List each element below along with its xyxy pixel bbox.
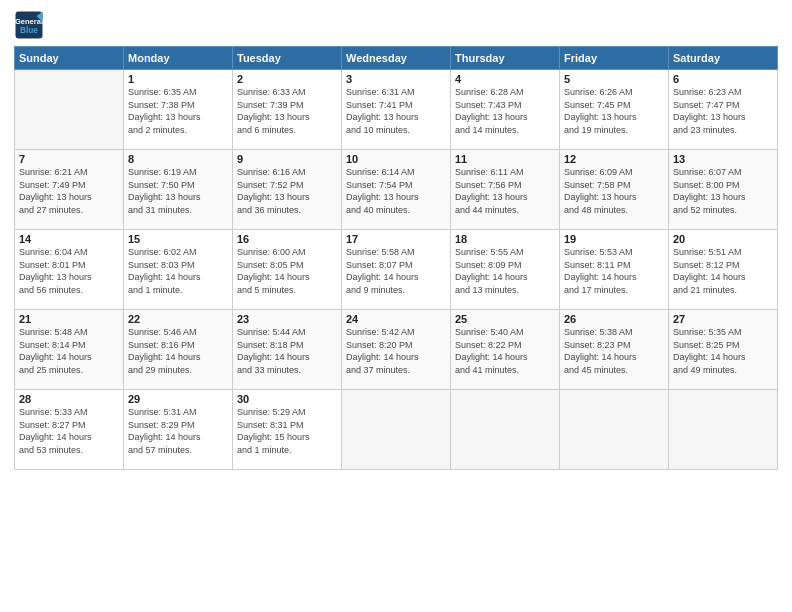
calendar-cell: 18Sunrise: 5:55 AM Sunset: 8:09 PM Dayli… <box>451 230 560 310</box>
day-number: 6 <box>673 73 773 85</box>
day-number: 15 <box>128 233 228 245</box>
calendar-cell <box>560 390 669 470</box>
weekday-header: Friday <box>560 47 669 70</box>
calendar-cell: 16Sunrise: 6:00 AM Sunset: 8:05 PM Dayli… <box>233 230 342 310</box>
day-info: Sunrise: 6:09 AM Sunset: 7:58 PM Dayligh… <box>564 166 664 216</box>
calendar-cell <box>342 390 451 470</box>
calendar-body: 1Sunrise: 6:35 AM Sunset: 7:38 PM Daylig… <box>15 70 778 470</box>
weekday-header: Thursday <box>451 47 560 70</box>
calendar-cell: 22Sunrise: 5:46 AM Sunset: 8:16 PM Dayli… <box>124 310 233 390</box>
day-number: 17 <box>346 233 446 245</box>
day-info: Sunrise: 5:48 AM Sunset: 8:14 PM Dayligh… <box>19 326 119 376</box>
day-info: Sunrise: 6:14 AM Sunset: 7:54 PM Dayligh… <box>346 166 446 216</box>
day-number: 24 <box>346 313 446 325</box>
day-info: Sunrise: 5:35 AM Sunset: 8:25 PM Dayligh… <box>673 326 773 376</box>
day-number: 21 <box>19 313 119 325</box>
calendar-cell: 23Sunrise: 5:44 AM Sunset: 8:18 PM Dayli… <box>233 310 342 390</box>
calendar-cell: 29Sunrise: 5:31 AM Sunset: 8:29 PM Dayli… <box>124 390 233 470</box>
calendar-cell: 9Sunrise: 6:16 AM Sunset: 7:52 PM Daylig… <box>233 150 342 230</box>
day-number: 1 <box>128 73 228 85</box>
day-info: Sunrise: 5:33 AM Sunset: 8:27 PM Dayligh… <box>19 406 119 456</box>
day-number: 12 <box>564 153 664 165</box>
day-info: Sunrise: 5:38 AM Sunset: 8:23 PM Dayligh… <box>564 326 664 376</box>
day-info: Sunrise: 6:11 AM Sunset: 7:56 PM Dayligh… <box>455 166 555 216</box>
day-info: Sunrise: 6:33 AM Sunset: 7:39 PM Dayligh… <box>237 86 337 136</box>
day-number: 20 <box>673 233 773 245</box>
calendar-cell: 17Sunrise: 5:58 AM Sunset: 8:07 PM Dayli… <box>342 230 451 310</box>
calendar-cell: 27Sunrise: 5:35 AM Sunset: 8:25 PM Dayli… <box>669 310 778 390</box>
day-number: 9 <box>237 153 337 165</box>
logo-icon: General Blue <box>14 10 44 40</box>
day-info: Sunrise: 5:51 AM Sunset: 8:12 PM Dayligh… <box>673 246 773 296</box>
logo: General Blue <box>14 10 48 40</box>
calendar-cell: 14Sunrise: 6:04 AM Sunset: 8:01 PM Dayli… <box>15 230 124 310</box>
day-info: Sunrise: 6:16 AM Sunset: 7:52 PM Dayligh… <box>237 166 337 216</box>
calendar-cell <box>451 390 560 470</box>
day-info: Sunrise: 5:29 AM Sunset: 8:31 PM Dayligh… <box>237 406 337 456</box>
calendar-cell: 6Sunrise: 6:23 AM Sunset: 7:47 PM Daylig… <box>669 70 778 150</box>
day-info: Sunrise: 6:07 AM Sunset: 8:00 PM Dayligh… <box>673 166 773 216</box>
day-number: 2 <box>237 73 337 85</box>
calendar-cell: 10Sunrise: 6:14 AM Sunset: 7:54 PM Dayli… <box>342 150 451 230</box>
day-number: 16 <box>237 233 337 245</box>
page: General Blue SundayMondayTuesdayWednesda… <box>0 0 792 612</box>
calendar-cell: 25Sunrise: 5:40 AM Sunset: 8:22 PM Dayli… <box>451 310 560 390</box>
day-number: 4 <box>455 73 555 85</box>
calendar-cell: 26Sunrise: 5:38 AM Sunset: 8:23 PM Dayli… <box>560 310 669 390</box>
calendar-cell: 15Sunrise: 6:02 AM Sunset: 8:03 PM Dayli… <box>124 230 233 310</box>
day-info: Sunrise: 5:42 AM Sunset: 8:20 PM Dayligh… <box>346 326 446 376</box>
day-number: 30 <box>237 393 337 405</box>
calendar-cell: 3Sunrise: 6:31 AM Sunset: 7:41 PM Daylig… <box>342 70 451 150</box>
calendar-header-row: SundayMondayTuesdayWednesdayThursdayFrid… <box>15 47 778 70</box>
calendar-cell: 30Sunrise: 5:29 AM Sunset: 8:31 PM Dayli… <box>233 390 342 470</box>
day-info: Sunrise: 6:02 AM Sunset: 8:03 PM Dayligh… <box>128 246 228 296</box>
calendar-week-row: 14Sunrise: 6:04 AM Sunset: 8:01 PM Dayli… <box>15 230 778 310</box>
calendar-cell: 11Sunrise: 6:11 AM Sunset: 7:56 PM Dayli… <box>451 150 560 230</box>
calendar-week-row: 7Sunrise: 6:21 AM Sunset: 7:49 PM Daylig… <box>15 150 778 230</box>
calendar-cell: 24Sunrise: 5:42 AM Sunset: 8:20 PM Dayli… <box>342 310 451 390</box>
header: General Blue <box>14 10 778 40</box>
day-number: 26 <box>564 313 664 325</box>
weekday-header: Sunday <box>15 47 124 70</box>
day-info: Sunrise: 5:40 AM Sunset: 8:22 PM Dayligh… <box>455 326 555 376</box>
calendar-cell: 1Sunrise: 6:35 AM Sunset: 7:38 PM Daylig… <box>124 70 233 150</box>
day-number: 18 <box>455 233 555 245</box>
calendar-cell: 20Sunrise: 5:51 AM Sunset: 8:12 PM Dayli… <box>669 230 778 310</box>
calendar-cell: 4Sunrise: 6:28 AM Sunset: 7:43 PM Daylig… <box>451 70 560 150</box>
day-info: Sunrise: 5:55 AM Sunset: 8:09 PM Dayligh… <box>455 246 555 296</box>
svg-text:Blue: Blue <box>20 26 38 35</box>
weekday-header: Saturday <box>669 47 778 70</box>
calendar-cell: 5Sunrise: 6:26 AM Sunset: 7:45 PM Daylig… <box>560 70 669 150</box>
calendar-cell: 7Sunrise: 6:21 AM Sunset: 7:49 PM Daylig… <box>15 150 124 230</box>
weekday-header: Wednesday <box>342 47 451 70</box>
day-number: 27 <box>673 313 773 325</box>
day-info: Sunrise: 6:19 AM Sunset: 7:50 PM Dayligh… <box>128 166 228 216</box>
day-info: Sunrise: 6:35 AM Sunset: 7:38 PM Dayligh… <box>128 86 228 136</box>
weekday-header: Monday <box>124 47 233 70</box>
calendar-cell: 19Sunrise: 5:53 AM Sunset: 8:11 PM Dayli… <box>560 230 669 310</box>
calendar-cell: 13Sunrise: 6:07 AM Sunset: 8:00 PM Dayli… <box>669 150 778 230</box>
day-number: 29 <box>128 393 228 405</box>
day-info: Sunrise: 6:28 AM Sunset: 7:43 PM Dayligh… <box>455 86 555 136</box>
day-info: Sunrise: 6:21 AM Sunset: 7:49 PM Dayligh… <box>19 166 119 216</box>
calendar-cell: 2Sunrise: 6:33 AM Sunset: 7:39 PM Daylig… <box>233 70 342 150</box>
day-info: Sunrise: 6:26 AM Sunset: 7:45 PM Dayligh… <box>564 86 664 136</box>
calendar-cell: 8Sunrise: 6:19 AM Sunset: 7:50 PM Daylig… <box>124 150 233 230</box>
day-number: 8 <box>128 153 228 165</box>
calendar-week-row: 28Sunrise: 5:33 AM Sunset: 8:27 PM Dayli… <box>15 390 778 470</box>
day-info: Sunrise: 6:00 AM Sunset: 8:05 PM Dayligh… <box>237 246 337 296</box>
day-info: Sunrise: 5:58 AM Sunset: 8:07 PM Dayligh… <box>346 246 446 296</box>
calendar-cell: 21Sunrise: 5:48 AM Sunset: 8:14 PM Dayli… <box>15 310 124 390</box>
day-info: Sunrise: 5:53 AM Sunset: 8:11 PM Dayligh… <box>564 246 664 296</box>
day-number: 19 <box>564 233 664 245</box>
day-info: Sunrise: 5:31 AM Sunset: 8:29 PM Dayligh… <box>128 406 228 456</box>
calendar-cell: 12Sunrise: 6:09 AM Sunset: 7:58 PM Dayli… <box>560 150 669 230</box>
calendar-table: SundayMondayTuesdayWednesdayThursdayFrid… <box>14 46 778 470</box>
day-number: 23 <box>237 313 337 325</box>
calendar-cell <box>669 390 778 470</box>
day-number: 22 <box>128 313 228 325</box>
calendar-week-row: 21Sunrise: 5:48 AM Sunset: 8:14 PM Dayli… <box>15 310 778 390</box>
calendar-week-row: 1Sunrise: 6:35 AM Sunset: 7:38 PM Daylig… <box>15 70 778 150</box>
day-info: Sunrise: 5:46 AM Sunset: 8:16 PM Dayligh… <box>128 326 228 376</box>
day-number: 7 <box>19 153 119 165</box>
